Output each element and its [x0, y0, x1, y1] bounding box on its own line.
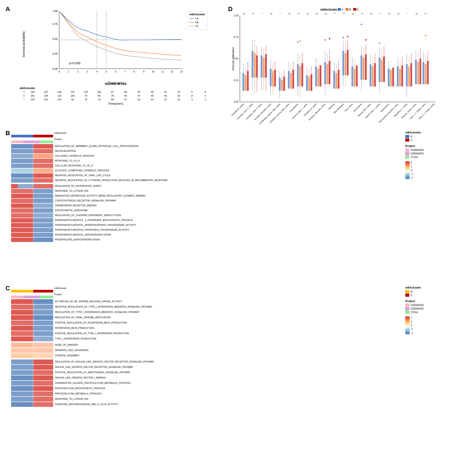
svg-rect-358	[33, 348, 53, 353]
svg-text:REGULATION_OF_INSULIN_LIKE_GRO: REGULATION_OF_INSULIN_LIKE_GROWTH_FACTOR…	[55, 360, 154, 363]
risk-cell: 151	[39, 98, 53, 101]
km-legend-label-b: +B	[195, 21, 198, 24]
risk-cell: 304	[26, 91, 39, 93]
svg-text:0.75: 0.75	[53, 23, 58, 26]
risk-cell: 57	[119, 98, 132, 101]
svg-text:2: 2	[77, 70, 79, 73]
svg-rect-138	[326, 64, 328, 84]
color-scale-b: 2 1 0 -1 -2	[405, 161, 445, 179]
risk-label-b: B	[20, 94, 26, 97]
svg-rect-178	[374, 63, 376, 86]
svg-rect-97	[274, 70, 276, 86]
svg-rect-267	[18, 184, 33, 188]
svg-rect-345	[11, 315, 33, 320]
svg-rect-350	[33, 326, 53, 331]
risk-cell: 137	[66, 91, 79, 93]
svg-text:Type_1_T_helper_cellna: Type_1_T_helper_cellna	[409, 103, 426, 120]
svg-rect-213	[423, 62, 424, 84]
svg-text:REGULATION_OF_MAMMARY_GLAND_EP: REGULATION_OF_MAMMARY_GLAND_EPITHELIAL_C…	[55, 145, 139, 147]
svg-text:PHOSPHOLIPID_DEPHOSPHORYLATION: PHOSPHOLIPID_DEPHOSPHORYLATION	[55, 238, 100, 241]
svg-rect-274	[33, 199, 53, 203]
svg-rect-168	[363, 58, 364, 80]
legend-color-tcga-c	[405, 311, 409, 314]
svg-rect-346	[33, 315, 53, 320]
svg-rect-361	[11, 360, 33, 364]
svg-rect-363	[11, 365, 33, 370]
svg-text:PHOSPHATIDYLINOSITOL_PHOSPHATE: PHOSPHATIDYLINOSITOL_PHOSPHATE_PHOSPHATA…	[55, 229, 129, 231]
legend-color-b-c	[405, 290, 409, 293]
svg-rect-126	[306, 75, 308, 91]
svg-rect-258	[11, 163, 33, 168]
svg-rect-246	[11, 140, 23, 143]
km-legend-item-c: +C	[189, 24, 205, 28]
scale-c-label-n2: -2	[411, 331, 413, 334]
panel-a-label: A	[6, 6, 10, 13]
svg-rect-269	[11, 189, 33, 193]
svg-text:ns: ns	[307, 13, 309, 15]
svg-text:NEGATIVE_REGULATION_OF_TYPE_I_: NEGATIVE_REGULATION_OF_TYPE_I_INTERFERON…	[55, 305, 152, 308]
svg-rect-367	[11, 375, 33, 380]
svg-rect-271	[11, 194, 33, 198]
svg-text:ns: ns	[370, 13, 372, 15]
risk-cell: 261	[26, 94, 39, 97]
svg-rect-362	[33, 360, 53, 364]
svg-rect-376	[33, 397, 53, 401]
svg-rect-88	[265, 54, 267, 77]
legend-item-gse84426-b: GSE84426	[405, 148, 445, 152]
svg-rect-208	[417, 62, 419, 84]
legend-project-c: Project GSE84426 GSE84433 TCGA	[405, 299, 445, 314]
svg-text:0: 0	[59, 70, 60, 73]
kaplan-meier-plot: Survival probability m6Acluster +A +B	[20, 9, 212, 105]
svg-text:m6Acluster: m6Acluster	[320, 8, 338, 11]
svg-text:TRANSFERRIN_RECEPTOR_BINDING: TRANSFERRIN_RECEPTOR_BINDING	[55, 204, 97, 207]
svg-rect-270	[33, 189, 53, 193]
svg-text:PHOSPHATIDYLINOSITOL_DEPHOSPHO: PHOSPHATIDYLINOSITOL_DEPHOSPHORYLATION	[55, 233, 111, 236]
svg-point-74	[247, 63, 248, 64]
svg-rect-341	[11, 305, 33, 309]
svg-rect-154	[347, 50, 348, 75]
svg-text:NODE_OF_RANVIER: NODE_OF_RANVIER	[55, 344, 78, 346]
svg-text:Plasmacytoid_dendritic_cellna: Plasmacytoid_dendritic_cellna	[378, 103, 399, 123]
svg-text:COLLAGEN_CATABOLIC_PROCESS: COLLAGEN_CATABOLIC_PROCESS	[55, 154, 94, 157]
svg-point-174	[365, 39, 367, 40]
svg-text:ACTIVATION_OF_NF_KAPPAB_INDUCI: ACTIVATION_OF_NF_KAPPAB_INDUCING_KINASE_…	[55, 300, 122, 303]
legend-color-a-b	[405, 135, 409, 138]
legend-project-b: Project GSE84426 GSE84433 TCGA	[405, 144, 445, 159]
svg-rect-127	[308, 77, 310, 91]
svg-rect-111	[290, 73, 292, 89]
legend-scale-b: 2 1 0 -1 -2	[405, 161, 445, 179]
svg-text:POSTSYNAPTIC_ENDOSOME: POSTSYNAPTIC_ENDOSOME	[55, 209, 88, 212]
svg-text:***: ***	[361, 13, 363, 15]
risk-cell: 8	[185, 91, 199, 93]
scale-c-label-0: 0	[411, 324, 413, 327]
svg-text:10: 10	[152, 70, 154, 73]
svg-rect-257	[33, 159, 53, 163]
svg-rect-336	[11, 296, 23, 298]
svg-text:RESPONSE_TO_LITHIUM_ION: RESPONSE_TO_LITHIUM_ION	[55, 190, 88, 192]
svg-rect-360	[33, 353, 53, 358]
svg-text:0.50: 0.50	[53, 38, 58, 40]
svg-rect-243	[11, 135, 33, 137]
svg-text:A: A	[341, 8, 343, 11]
risk-x-axis-label: Time(years)	[20, 102, 212, 105]
svg-text:p=0.005: p=0.005	[69, 61, 81, 65]
svg-rect-195	[399, 69, 401, 86]
svg-rect-348	[33, 320, 53, 325]
svg-point-219	[425, 35, 426, 36]
svg-rect-282	[33, 218, 53, 223]
legend-project-title-c: Project	[405, 299, 445, 303]
svg-rect-342	[33, 305, 53, 309]
svg-text:0.25: 0.25	[234, 79, 239, 82]
legend-project-title-b: Project	[405, 144, 445, 148]
svg-rect-202	[410, 63, 412, 86]
svg-text:DENDRITE_SELF_AVOIDANCE: DENDRITE_SELF_AVOIDANCE	[55, 349, 89, 352]
svg-rect-248	[40, 140, 53, 143]
scale-label-n2: -2	[411, 177, 413, 179]
legend-item-b-c: B	[405, 290, 445, 293]
svg-text:RANSLATION_REPRESSOR_ACTIVITY_: RANSLATION_REPRESSOR_ACTIVITY_MRNA_REGUL…	[55, 194, 146, 197]
svg-text:ALDEHYDE_DEHYDROGENASE_NAD_P_P: ALDEHYDE_DEHYDROGENASE_NAD_P_PLUS_ACTIVI…	[55, 403, 118, 406]
svg-text:4: 4	[96, 70, 98, 73]
svg-rect-284	[33, 223, 53, 227]
svg-rect-112	[292, 70, 294, 89]
svg-text:ns: ns	[325, 13, 327, 15]
